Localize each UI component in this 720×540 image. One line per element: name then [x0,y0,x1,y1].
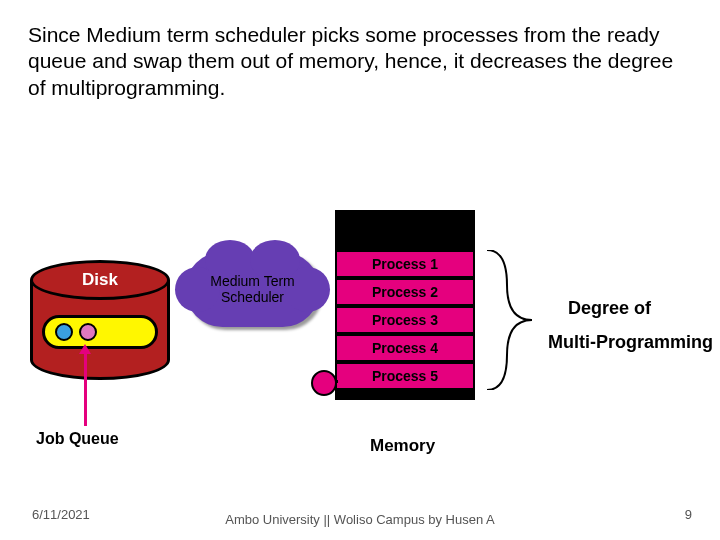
process-label: Process 1 [372,256,438,272]
job-dot-icon [79,323,97,341]
footer-attribution: Ambo University || Woliso Campus by Huse… [0,512,720,528]
disk-slot [42,315,158,349]
paragraph-text: Since Medium term scheduler picks some p… [28,23,673,99]
process-row: Process 1 [335,250,475,278]
swap-arrow-icon [316,380,338,383]
cloud-line1: Medium Term [210,273,295,289]
disk-label: Disk [82,270,118,290]
footer-page-number: 9 [685,507,692,522]
process-row: Process 5 [335,362,475,390]
degree-label: Degree of [568,298,651,319]
process-row: Process 3 [335,306,475,334]
process-label: Process 4 [372,340,438,356]
scheduler-cloud: Medium Term Scheduler [185,252,320,327]
scheduler-label: Medium Term Scheduler [185,252,320,327]
process-row: Process 4 [335,334,475,362]
memory-block: Process 1 Process 2 Process 3 Process 4 … [335,210,475,400]
process-row: Process 2 [335,278,475,306]
brace-icon [482,250,542,390]
memory-label: Memory [370,436,435,456]
disk-shape: Disk [30,260,170,380]
cloud-line2: Scheduler [221,289,284,305]
description-text: Since Medium term scheduler picks some p… [28,22,688,101]
process-label: Process 5 [372,368,438,384]
job-queue-label: Job Queue [36,430,119,448]
multiprogramming-label: Multi-Programming [548,332,713,353]
arrow-up-icon [84,352,87,426]
process-label: Process 3 [372,312,438,328]
job-dot-icon [55,323,73,341]
disk-top: Disk [30,260,170,300]
process-label: Process 2 [372,284,438,300]
